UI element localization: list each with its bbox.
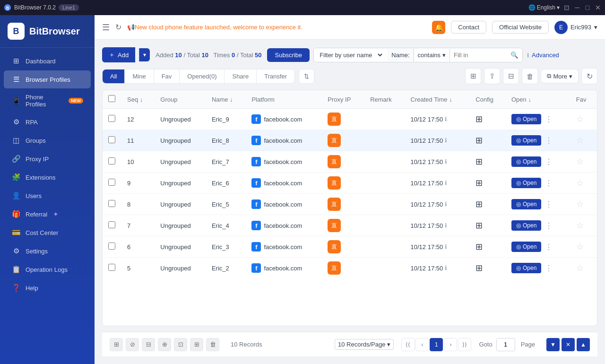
info-icon[interactable]: ℹ [445, 116, 447, 122]
sidebar-item-users[interactable]: 👤 Users [4, 187, 91, 205]
config-cell[interactable]: ⊞ [470, 130, 506, 151]
per-page-selector[interactable]: 10 Records/Page ▾ [335, 339, 394, 350]
proxy-action-icon[interactable]: 直 [328, 198, 341, 211]
row-more-button[interactable]: ⋮ [545, 264, 553, 273]
sidebar-item-browser-profiles[interactable]: ☰ Browser Profiles [4, 70, 91, 88]
row-more-button[interactable]: ⋮ [545, 136, 553, 145]
export-icon-button[interactable]: ⊟ [142, 338, 155, 351]
row-checkbox[interactable] [108, 200, 115, 207]
tab-all[interactable]: All [103, 69, 125, 83]
favorite-button[interactable]: ☆ [576, 157, 584, 166]
filter-by-select[interactable]: Filter by user name [314, 48, 384, 62]
proxy-cell[interactable]: 直 [322, 236, 364, 258]
contact-button[interactable]: Contact [451, 21, 486, 34]
delete-button[interactable]: 🗑 [522, 68, 538, 84]
tab-sort-button[interactable]: ⇅ [299, 69, 314, 84]
windows-icon[interactable]: ⊞ [475, 136, 483, 145]
windows-icon[interactable]: ⊞ [475, 178, 483, 188]
trash-icon-button[interactable]: 🗑 [206, 338, 219, 351]
grid-icon-button[interactable]: ⊞ [110, 338, 123, 351]
tab-mine[interactable]: Mine [125, 69, 154, 83]
row-more-button[interactable]: ⋮ [545, 157, 553, 166]
open-profile-button[interactable]: ◎ Open [511, 178, 541, 188]
config-cell[interactable]: ⊞ [470, 109, 506, 130]
row-checkbox[interactable] [108, 157, 115, 165]
grid-view-button[interactable]: ⊞ [465, 68, 481, 84]
pagination-up-button[interactable]: ▲ [577, 338, 590, 351]
last-page-button[interactable]: ⟩⟩ [458, 338, 471, 351]
sidebar-item-help[interactable]: ❓ Help [4, 279, 91, 297]
config-cell[interactable]: ⊞ [470, 173, 506, 194]
windows-icon[interactable]: ⊞ [475, 114, 483, 124]
proxy-action-icon[interactable]: 直 [328, 176, 341, 190]
sidebar-item-settings[interactable]: ⚙ Settings [4, 242, 91, 260]
info-icon[interactable]: ℹ [445, 158, 447, 165]
proxy-cell[interactable]: 直 [322, 173, 364, 194]
sidebar-item-extensions[interactable]: 🧩 Extensions [4, 168, 91, 186]
pagination-close-button[interactable]: ✕ [562, 338, 575, 351]
pagination-down-button[interactable]: ▼ [546, 338, 560, 351]
share-action-button[interactable]: ⇪ [484, 68, 500, 84]
info-icon[interactable]: ℹ [445, 137, 447, 144]
proxy-action-icon[interactable]: 直 [328, 134, 341, 147]
proxy-cell[interactable]: 直 [322, 151, 364, 173]
window-toggle-icon[interactable]: ⊡ [563, 4, 570, 11]
proxy-cell[interactable]: 直 [322, 130, 364, 151]
info-icon[interactable]: ℹ [445, 265, 447, 271]
open-profile-button[interactable]: ◎ Open [511, 199, 541, 209]
row-more-button[interactable]: ⋮ [545, 243, 553, 251]
close-icon[interactable]: ✕ [595, 4, 601, 11]
sidebar-item-referral[interactable]: 🎁 Referral ✦ [4, 205, 91, 223]
favorite-button[interactable]: ☆ [576, 114, 584, 124]
screen-icon-button[interactable]: ⊡ [174, 338, 187, 351]
proxy-action-icon[interactable]: 直 [328, 240, 341, 253]
info-icon[interactable]: ℹ [445, 180, 447, 186]
favorite-button[interactable]: ☆ [576, 136, 584, 145]
language-selector[interactable]: 🌐 English ▾ [528, 4, 560, 11]
favorite-button[interactable]: ☆ [576, 178, 584, 188]
line-selector[interactable]: Line1 [59, 4, 79, 11]
search-button[interactable]: 🔍 [507, 49, 522, 61]
info-icon[interactable]: ℹ [445, 201, 447, 208]
columns-button[interactable]: ⊟ [503, 68, 519, 84]
config-cell[interactable]: ⊞ [470, 236, 506, 258]
row-checkbox[interactable] [108, 221, 115, 228]
row-more-button[interactable]: ⋮ [545, 179, 553, 188]
config-cell[interactable]: ⊞ [470, 258, 506, 279]
row-checkbox[interactable] [108, 115, 115, 122]
first-page-button[interactable]: ⟨⟨ [401, 338, 415, 351]
open-profile-button[interactable]: ◎ Open [511, 263, 541, 273]
row-more-button[interactable]: ⋮ [545, 221, 553, 230]
open-profile-button[interactable]: ◎ Open [511, 135, 541, 146]
info-icon[interactable]: ℹ [445, 243, 447, 250]
more-button[interactable]: ⧉ More ▾ [541, 69, 579, 83]
proxy-action-icon[interactable]: 直 [328, 261, 341, 275]
windows-icon[interactable]: ⊞ [475, 157, 483, 166]
favorite-button[interactable]: ☆ [576, 263, 584, 273]
advanced-filter-button[interactable]: ⫶ Advanced [527, 52, 559, 59]
proxy-action-icon[interactable]: 直 [328, 155, 341, 168]
sidebar-item-proxy-ip[interactable]: 🔗 Proxy IP [4, 150, 91, 168]
windows-icon[interactable]: ⊞ [475, 199, 483, 209]
sidebar-item-groups[interactable]: ◫ Groups [4, 131, 91, 149]
sidebar-item-rpa[interactable]: ⚙ RPA [4, 113, 91, 131]
proxy-cell[interactable]: 直 [322, 109, 364, 130]
add-dropdown-button[interactable]: ▾ [139, 48, 150, 61]
windows-icon[interactable]: ⊞ [475, 221, 483, 230]
page-1-button[interactable]: 1 [430, 338, 443, 351]
clone-icon-button[interactable]: ⊞ [190, 338, 203, 351]
tab-fav[interactable]: Fav [154, 69, 180, 83]
official-website-button[interactable]: Official Website [492, 21, 549, 34]
row-checkbox[interactable] [108, 243, 115, 250]
tab-share[interactable]: Share [225, 69, 257, 83]
open-profile-button[interactable]: ◎ Open [511, 156, 541, 167]
windows-icon[interactable]: ⊞ [475, 263, 483, 273]
open-profile-button[interactable]: ◎ Open [511, 114, 541, 124]
tab-opened[interactable]: Opened(0) [180, 69, 225, 83]
add-button[interactable]: ＋ Add [102, 47, 135, 62]
contains-selector[interactable]: contains ▾ [414, 49, 450, 61]
favorite-button[interactable]: ☆ [576, 199, 584, 209]
select-all-checkbox[interactable] [108, 95, 115, 102]
next-page-button[interactable]: › [444, 338, 457, 351]
open-profile-button[interactable]: ◎ Open [511, 220, 541, 231]
